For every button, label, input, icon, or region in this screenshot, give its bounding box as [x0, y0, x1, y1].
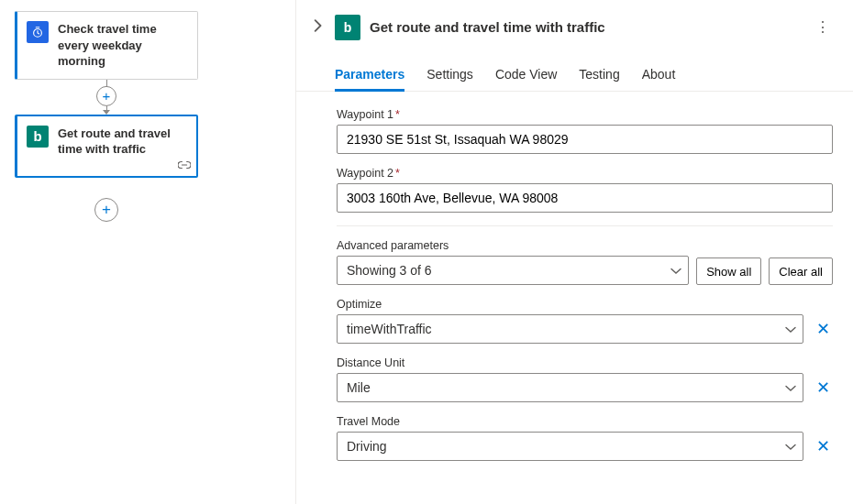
clear-all-button[interactable]: Clear all — [769, 257, 833, 285]
field-waypoint1: Waypoint 1* — [337, 108, 833, 154]
node-title: Check travel time every weekday morning — [58, 21, 186, 70]
workflow-canvas: Check travel time every weekday morning … — [0, 0, 294, 504]
remove-distance-button[interactable]: ✕ — [813, 378, 833, 398]
field-optimize: Optimize timeWithTraffic ✕ — [337, 298, 833, 344]
distance-unit-dropdown[interactable]: Mile — [337, 373, 803, 402]
add-step-button[interactable]: + — [96, 86, 116, 106]
tab-parameters[interactable]: Parameters — [335, 60, 404, 91]
connector: + — [15, 80, 198, 115]
optimize-dropdown[interactable]: timeWithTraffic — [337, 314, 803, 344]
waypoint1-input[interactable] — [337, 125, 833, 154]
details-panel: b Get route and travel time with traffic… — [295, 0, 853, 504]
travel-label: Travel Mode — [337, 415, 833, 428]
tab-settings[interactable]: Settings — [426, 60, 473, 91]
node-action-bingmaps[interactable]: b Get route and travel time with traffic — [15, 115, 198, 178]
divider — [337, 225, 833, 226]
clock-icon — [27, 21, 49, 43]
panel-tabs: Parameters Settings Code View Testing Ab… — [296, 47, 853, 92]
tab-code-view[interactable]: Code View — [495, 60, 557, 91]
add-step-below: + — [15, 178, 198, 222]
remove-optimize-button[interactable]: ✕ — [813, 319, 833, 339]
bing-icon: b — [27, 126, 49, 148]
show-all-button[interactable]: Show all — [696, 257, 761, 285]
field-travel-mode: Travel Mode Driving ✕ — [337, 415, 833, 461]
panel-title: Get route and travel time with traffic — [370, 19, 801, 35]
connection-icon — [178, 158, 191, 172]
tab-about[interactable]: About — [642, 60, 676, 91]
optimize-label: Optimize — [337, 298, 833, 311]
panel-header: b Get route and travel time with traffic… — [296, 0, 853, 47]
advanced-params-row: Advanced parameters Showing 3 of 6 Show … — [337, 239, 833, 285]
more-menu-button[interactable]: ⋮ — [810, 13, 836, 41]
remove-travel-button[interactable]: ✕ — [813, 436, 833, 456]
panel-body: Waypoint 1* Waypoint 2* Advanced paramet… — [296, 92, 853, 495]
waypoint2-label: Waypoint 2* — [337, 167, 833, 180]
field-waypoint2: Waypoint 2* — [337, 167, 833, 213]
bing-icon: b — [335, 15, 360, 40]
tab-testing[interactable]: Testing — [579, 60, 619, 91]
field-distance-unit: Distance Unit Mile ✕ — [337, 356, 833, 402]
node-trigger-schedule[interactable]: Check travel time every weekday morning — [15, 11, 198, 80]
advanced-params-dropdown[interactable]: Showing 3 of 6 — [337, 256, 689, 285]
collapse-chevron-icon[interactable] — [309, 16, 326, 38]
node-title: Get route and travel time with traffic — [58, 126, 185, 158]
travel-mode-dropdown[interactable]: Driving — [337, 432, 803, 461]
add-step-button[interactable]: + — [94, 198, 118, 222]
waypoint1-label: Waypoint 1* — [337, 108, 833, 121]
distance-label: Distance Unit — [337, 356, 833, 369]
advanced-label: Advanced parameters — [337, 239, 689, 252]
waypoint2-input[interactable] — [337, 183, 833, 213]
